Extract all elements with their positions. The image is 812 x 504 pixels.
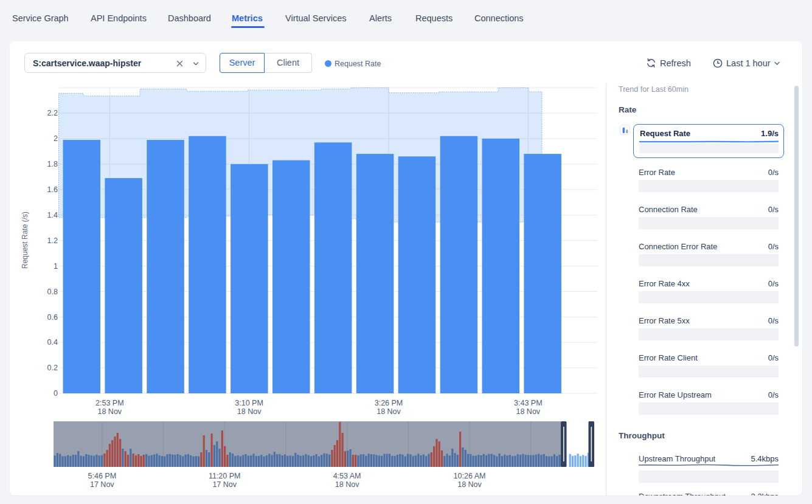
svg-text:1.4: 1.4: [47, 211, 58, 219]
svg-text:4:53 AM: 4:53 AM: [333, 472, 361, 480]
svg-text:2: 2: [54, 134, 58, 143]
svg-text:5:46 PM: 5:46 PM: [88, 472, 117, 480]
svg-text:18 Nov: 18 Nov: [237, 407, 262, 416]
svg-text:2:53 PM: 2:53 PM: [95, 399, 124, 407]
svg-text:18 Nov: 18 Nov: [377, 407, 401, 416]
svg-text:18 Nov: 18 Nov: [335, 480, 359, 489]
svg-text:3:10 PM: 3:10 PM: [235, 399, 263, 407]
svg-text:1.2: 1.2: [47, 236, 58, 245]
svg-text:18 Nov: 18 Nov: [457, 480, 482, 489]
svg-text:0: 0: [54, 389, 58, 398]
svg-text:11:20 PM: 11:20 PM: [209, 472, 241, 480]
svg-text:17 Nov: 17 Nov: [90, 480, 114, 489]
svg-text:1.6: 1.6: [47, 185, 58, 194]
svg-text:1: 1: [54, 262, 58, 271]
svg-text:1.8: 1.8: [47, 160, 58, 168]
svg-text:18 Nov: 18 Nov: [516, 407, 540, 416]
svg-text:0.2: 0.2: [47, 364, 58, 372]
svg-text:0.8: 0.8: [47, 288, 58, 296]
svg-text:10:26 AM: 10:26 AM: [454, 472, 486, 480]
svg-text:18 Nov: 18 Nov: [97, 407, 122, 416]
svg-text:Request Rate (/s): Request Rate (/s): [21, 212, 29, 269]
svg-text:3:26 PM: 3:26 PM: [375, 399, 403, 407]
svg-text:2.2: 2.2: [47, 109, 58, 117]
svg-text:0.4: 0.4: [47, 338, 58, 347]
svg-text:3:43 PM: 3:43 PM: [514, 399, 543, 407]
svg-text:0.6: 0.6: [47, 313, 58, 322]
svg-text:17 Nov: 17 Nov: [212, 480, 237, 489]
